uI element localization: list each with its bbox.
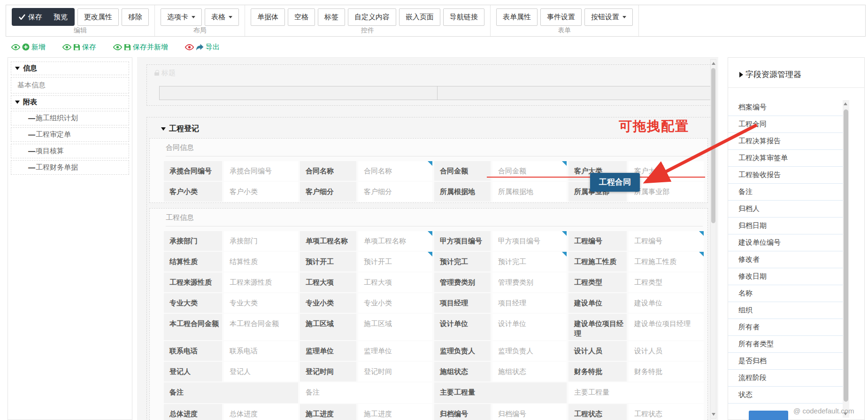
- field-item[interactable]: 流程阶段: [728, 370, 843, 387]
- scrollbar-thumb[interactable]: [711, 68, 715, 223]
- nav-link-button[interactable]: 导航链接: [443, 8, 484, 26]
- field-input-cell[interactable]: 登记人: [224, 362, 298, 381]
- field-input-cell[interactable]: 结算性质: [224, 252, 298, 272]
- field-item[interactable]: 工程决算审签单: [728, 150, 843, 167]
- title-cell-right[interactable]: [437, 86, 715, 100]
- label-button[interactable]: 标签: [318, 8, 345, 26]
- field-resource-header[interactable]: 字段资源管理器: [728, 58, 864, 88]
- tabs-dropdown-button[interactable]: 选项卡: [161, 8, 202, 26]
- field-input-cell[interactable]: 客户大类: [629, 161, 704, 181]
- scroll-down-icon[interactable]: [712, 413, 715, 416]
- field-input-cell[interactable]: 客户细分: [358, 182, 432, 202]
- field-input-cell[interactable]: 施工区域: [358, 314, 432, 340]
- field-input-cell[interactable]: 登记时间: [358, 362, 432, 381]
- field-item[interactable]: 组织: [728, 302, 843, 319]
- field-item[interactable]: 建设单位编号: [728, 234, 843, 251]
- field-input-cell[interactable]: 施工进度: [358, 404, 432, 420]
- field-input-cell[interactable]: 客户小类: [224, 182, 298, 202]
- embedded-page-button[interactable]: 嵌入页面: [399, 8, 440, 26]
- field-input-cell[interactable]: 承揽合同编号: [224, 161, 298, 181]
- field-item[interactable]: 工程验收报告: [728, 167, 843, 184]
- field-item[interactable]: 所有者类型: [728, 336, 843, 353]
- field-input-cell[interactable]: 所属根据地: [492, 182, 567, 202]
- field-item[interactable]: 修改日期: [728, 268, 843, 285]
- field-item[interactable]: 归档人: [728, 201, 843, 218]
- field-input-cell[interactable]: 合同名称: [358, 161, 432, 181]
- field-input-cell[interactable]: 本工程合同金额: [224, 314, 298, 340]
- tree-item-project-review-form[interactable]: —工程审定单: [11, 127, 129, 142]
- title-block[interactable]: 标题: [146, 64, 711, 106]
- field-input-cell[interactable]: 主要工程量: [568, 382, 704, 403]
- field-input-cell[interactable]: 承接部门: [224, 231, 298, 251]
- save-action-button[interactable]: 保存: [62, 43, 96, 52]
- tree-group-attached-tables[interactable]: 附表: [11, 95, 129, 109]
- tree-item-project-accounting[interactable]: —项目核算: [11, 144, 129, 158]
- tree-group-info[interactable]: 信息: [11, 62, 129, 75]
- tree-item-construction-org-plan[interactable]: —施工组织计划: [11, 111, 129, 125]
- field-input-cell[interactable]: 工程来源性质: [224, 272, 298, 292]
- field-input-cell[interactable]: 管理费类别: [492, 272, 567, 292]
- field-input-cell[interactable]: 预计完工: [492, 252, 567, 272]
- field-input-cell[interactable]: 工程编号: [629, 231, 704, 251]
- field-input-cell[interactable]: 联系电话: [224, 341, 298, 361]
- field-item[interactable]: 是否归档: [728, 353, 843, 370]
- tree-item-basic-info[interactable]: 基本信息: [11, 77, 129, 93]
- field-input-cell[interactable]: 建设单位项目经理: [629, 314, 704, 340]
- scroll-up-icon[interactable]: [844, 102, 847, 105]
- save-button[interactable]: 保存: [13, 8, 48, 26]
- field-item[interactable]: 状态: [728, 387, 843, 404]
- field-input-cell[interactable]: 专业大类: [224, 293, 298, 313]
- custom-content-button[interactable]: 自定义内容: [348, 8, 396, 26]
- event-settings-button[interactable]: 事件设置: [540, 8, 582, 26]
- field-item[interactable]: 工程合同: [728, 116, 843, 133]
- tree-item-project-finance-docs[interactable]: —工程财务单据: [11, 160, 129, 175]
- field-input-cell[interactable]: 设计人员: [629, 341, 704, 361]
- button-settings-button[interactable]: 按钮设置: [584, 8, 633, 26]
- field-input-cell[interactable]: 设计单位: [492, 314, 567, 340]
- scroll-up-icon[interactable]: [712, 62, 715, 65]
- bill-body-button[interactable]: 单据体: [251, 8, 285, 26]
- field-input-cell[interactable]: 专业小类: [358, 293, 432, 313]
- scrollbar-thumb[interactable]: [844, 109, 848, 402]
- table-dropdown-button[interactable]: 表格: [205, 8, 239, 26]
- field-input-cell[interactable]: 工程施工性质: [629, 252, 704, 272]
- field-item[interactable]: 名称: [728, 285, 843, 302]
- field-item[interactable]: 档案编号: [728, 99, 843, 116]
- field-input-cell[interactable]: 所属事业部: [629, 182, 704, 202]
- dragged-field-chip[interactable]: 工程合同: [590, 173, 640, 192]
- title-input-row[interactable]: [159, 86, 715, 100]
- field-input-cell[interactable]: 施组状态: [492, 362, 567, 381]
- remove-button[interactable]: 移除: [122, 8, 149, 26]
- field-input-cell[interactable]: 建设单位: [629, 293, 704, 313]
- preview-button[interactable]: 预览: [48, 8, 73, 26]
- field-input-cell[interactable]: 合同金额: [492, 161, 567, 181]
- field-input-cell[interactable]: 预计开工: [358, 252, 432, 272]
- title-cell-left[interactable]: [160, 86, 437, 100]
- field-item[interactable]: 修改者: [728, 251, 843, 268]
- partial-bottom-button[interactable]: [749, 411, 788, 420]
- export-action-button[interactable]: 导出: [185, 43, 220, 52]
- canvas-vertical-scrollbar[interactable]: [710, 59, 716, 419]
- field-item[interactable]: 备注: [728, 184, 843, 201]
- save-and-add-action-button[interactable]: 保存并新增: [113, 43, 168, 52]
- panel-vertical-scrollbar[interactable]: [843, 100, 849, 418]
- change-properties-button[interactable]: 更改属性: [77, 8, 119, 26]
- field-input-cell[interactable]: 监理负责人: [492, 341, 567, 361]
- add-action-button[interactable]: 新增: [11, 43, 46, 52]
- field-input-cell[interactable]: 项目经理: [492, 293, 567, 313]
- spacer-button[interactable]: 空格: [288, 8, 315, 26]
- field-input-cell[interactable]: 总体进度: [224, 404, 298, 420]
- form-properties-button[interactable]: 表单属性: [496, 8, 538, 26]
- field-input-cell[interactable]: 工程大项: [358, 272, 432, 292]
- field-input-cell[interactable]: 备注: [300, 382, 432, 403]
- field-input-cell[interactable]: 工程类型: [629, 272, 704, 292]
- field-input-cell[interactable]: 单项工程名称: [358, 231, 432, 251]
- field-item[interactable]: 归档日期: [728, 218, 843, 234]
- field-input-cell[interactable]: 甲方项目编号: [492, 231, 567, 251]
- field-item[interactable]: 所有者: [728, 319, 843, 336]
- field-input-cell[interactable]: 监理单位: [358, 341, 432, 361]
- field-input-cell[interactable]: 归档编号: [492, 404, 567, 420]
- field-item[interactable]: 工程决算报告: [728, 133, 843, 150]
- field-input-cell[interactable]: 工程状态: [629, 404, 704, 420]
- field-input-cell[interactable]: 财务特批: [629, 362, 704, 381]
